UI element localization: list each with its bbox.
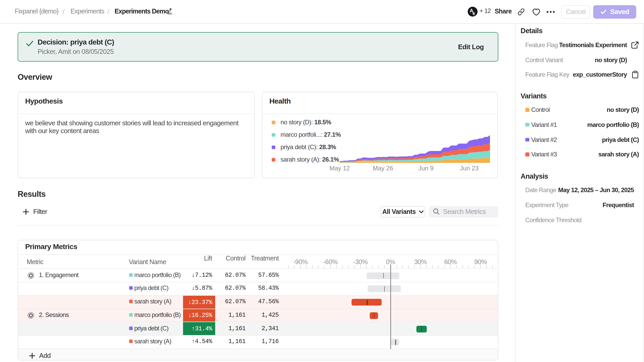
svg-text:k: k bbox=[473, 11, 475, 16]
svg-text:Jun 23: Jun 23 bbox=[460, 165, 479, 172]
svg-text:Jun 9: Jun 9 bbox=[418, 165, 434, 172]
svg-text:May 12: May 12 bbox=[330, 165, 350, 172]
svg-text:May 26: May 26 bbox=[373, 165, 393, 172]
